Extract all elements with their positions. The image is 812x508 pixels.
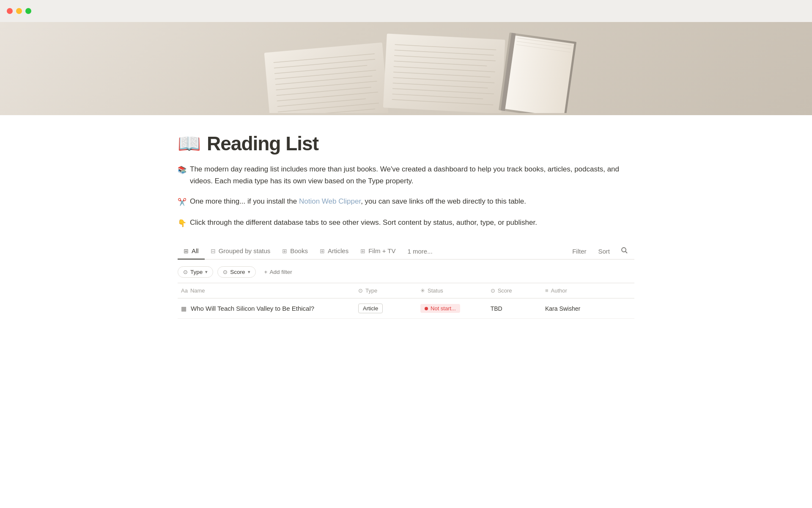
- table-body: ▦ Who Will Teach Silicon Valley to Be Et…: [178, 298, 634, 319]
- type-filter-icon: ⊙: [183, 269, 188, 275]
- desc-text-2-suffix: , you can save links off the web directl…: [361, 197, 526, 205]
- svg-rect-12: [383, 33, 505, 113]
- titlebar: [0, 0, 812, 22]
- page-title: Reading List: [207, 132, 318, 155]
- add-filter-button[interactable]: + Add filter: [260, 267, 296, 277]
- sort-button[interactable]: Sort: [594, 245, 614, 257]
- type-filter-chip[interactable]: ⊙ Type ▾: [178, 266, 213, 278]
- type-filter-chevron: ▾: [205, 269, 208, 275]
- desc-text-1: The modern day reading list includes mor…: [190, 163, 634, 187]
- cell-name[interactable]: ▦ Who Will Teach Silicon Valley to Be Et…: [178, 298, 352, 319]
- tab-books-label: Books: [290, 247, 308, 254]
- svg-point-30: [622, 248, 626, 252]
- row-title: Who Will Teach Silicon Valley to Be Ethi…: [191, 305, 314, 312]
- filter-row: ⊙ Type ▾ ⊙ Score ▾ + Add filter: [178, 260, 634, 283]
- col-header-extra: [615, 283, 634, 298]
- tab-books[interactable]: ⊞ Books: [276, 243, 314, 260]
- col-author-icon: ≡: [545, 287, 549, 294]
- desc-line-1: 📚 The modern day reading list includes m…: [178, 163, 634, 187]
- col-author-label: Author: [551, 287, 567, 294]
- svg-line-31: [625, 251, 627, 253]
- tab-articles-icon: ⊞: [320, 248, 325, 254]
- col-type-icon: ⊙: [358, 287, 363, 294]
- tab-all-label: All: [192, 247, 199, 254]
- description-block: 📚 The modern day reading list includes m…: [178, 163, 634, 229]
- desc-line-2: ✂️ One more thing... if you install the …: [178, 196, 634, 208]
- tab-all[interactable]: ⊞ All: [178, 243, 205, 260]
- table-header: Aa Name ⊙ Type ✳ Status: [178, 283, 634, 298]
- cell-author[interactable]: Kara Swisher: [539, 298, 615, 319]
- col-header-status[interactable]: ✳ Status: [414, 283, 485, 298]
- tab-film-tv-icon: ⊞: [360, 248, 365, 254]
- desc-text-2: One more thing... if you install the Not…: [190, 196, 526, 207]
- tab-grouped-by-status[interactable]: ⊟ Grouped by status: [205, 243, 277, 260]
- minimize-button[interactable]: [16, 8, 22, 14]
- col-name-icon: Aa: [181, 287, 188, 294]
- desc-line-3: 👇 Click through the different database t…: [178, 217, 634, 229]
- tabs-actions: Filter Sort: [565, 244, 634, 258]
- cell-extra: [615, 298, 634, 319]
- table-header-row: Aa Name ⊙ Type ✳ Status: [178, 283, 634, 298]
- tab-articles-label: Articles: [328, 247, 348, 254]
- col-score-icon: ⊙: [491, 287, 495, 294]
- desc-emoji-3: 👇: [178, 218, 187, 229]
- tab-books-icon: ⊞: [282, 248, 287, 254]
- col-status-label: Status: [428, 287, 443, 294]
- desc-emoji-2: ✂️: [178, 196, 187, 208]
- col-status-icon: ✳: [420, 287, 425, 294]
- row-icon: ▦: [181, 305, 187, 312]
- cell-type[interactable]: Article: [352, 298, 414, 319]
- add-filter-plus: +: [264, 269, 268, 275]
- type-filter-label: Type: [190, 269, 203, 275]
- hero-banner: [0, 22, 812, 115]
- col-header-author[interactable]: ≡ Author: [539, 283, 615, 298]
- tab-articles[interactable]: ⊞ Articles: [314, 243, 354, 260]
- score-filter-chip[interactable]: ⊙ Score ▾: [217, 266, 255, 278]
- page-title-row: 📖 Reading List: [178, 132, 634, 155]
- hero-illustration: [0, 22, 812, 115]
- status-badge: Not start...: [420, 304, 460, 313]
- col-type-label: Type: [365, 287, 377, 294]
- col-header-type[interactable]: ⊙ Type: [352, 283, 414, 298]
- add-filter-label: Add filter: [269, 269, 292, 275]
- svg-rect-26: [505, 36, 574, 113]
- desc-emoji-1: 📚: [178, 164, 187, 176]
- desc-text-2-prefix: One more thing... if you install the: [190, 197, 299, 205]
- tab-film-tv[interactable]: ⊞ Film + TV: [354, 243, 401, 260]
- score-filter-label: Score: [230, 269, 245, 275]
- table-row[interactable]: ▦ Who Will Teach Silicon Valley to Be Et…: [178, 298, 634, 319]
- cell-status[interactable]: Not start...: [414, 298, 485, 319]
- tab-grouped-label: Grouped by status: [219, 247, 271, 254]
- page-icon: 📖: [178, 134, 201, 153]
- close-button[interactable]: [7, 8, 13, 14]
- score-value: TBD: [491, 305, 502, 312]
- author-value: Kara Swisher: [545, 305, 580, 312]
- col-score-label: Score: [498, 287, 512, 294]
- desc-text-3: Click through the different database tab…: [190, 217, 537, 229]
- col-name-label: Name: [190, 287, 205, 294]
- tab-more[interactable]: 1 more...: [401, 243, 438, 259]
- status-label: Not start...: [431, 305, 456, 312]
- books-svg: [216, 24, 596, 113]
- tab-all-icon: ⊞: [184, 248, 189, 254]
- reading-list-table: Aa Name ⊙ Type ✳ Status: [178, 283, 634, 319]
- score-filter-icon: ⊙: [223, 269, 228, 275]
- maximize-button[interactable]: [25, 8, 31, 14]
- search-button[interactable]: [617, 244, 631, 258]
- cell-score[interactable]: TBD: [485, 298, 539, 319]
- notion-web-clipper-link[interactable]: Notion Web Clipper: [299, 197, 361, 205]
- database-table: Aa Name ⊙ Type ✳ Status: [178, 283, 634, 319]
- tab-film-tv-label: Film + TV: [368, 247, 395, 254]
- filter-button[interactable]: Filter: [568, 245, 590, 257]
- tab-grouped-icon: ⊟: [211, 248, 216, 254]
- col-header-score[interactable]: ⊙ Score: [485, 283, 539, 298]
- search-icon: [621, 247, 628, 254]
- score-filter-chevron: ▾: [248, 269, 250, 275]
- col-header-name[interactable]: Aa Name: [178, 283, 352, 298]
- status-dot: [425, 307, 428, 310]
- type-badge: Article: [358, 304, 383, 313]
- page-content: 📖 Reading List 📚 The modern day reading …: [110, 115, 702, 319]
- database-tabs: ⊞ All ⊟ Grouped by status ⊞ Books ⊞ Arti…: [178, 243, 634, 260]
